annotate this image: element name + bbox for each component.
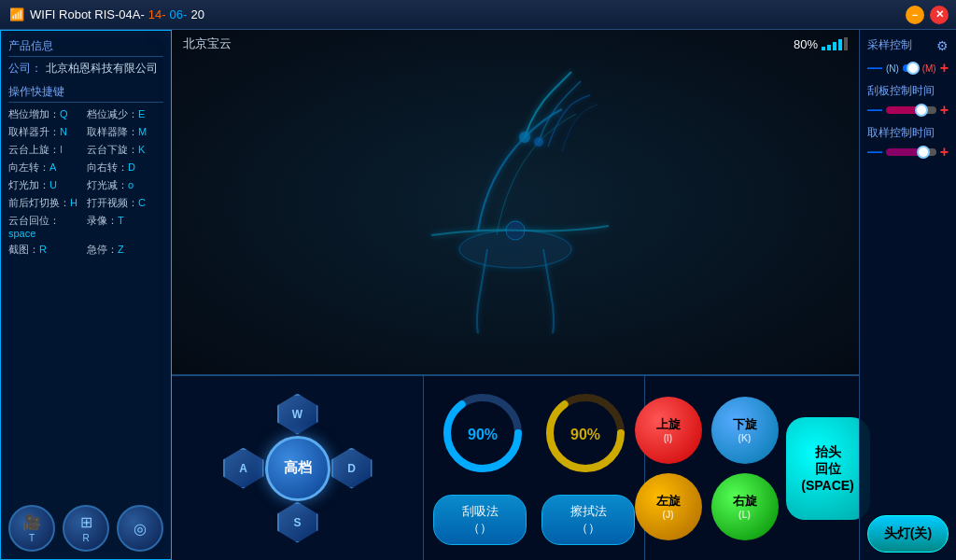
- wipe-method-button[interactable]: 擦拭法（）: [541, 495, 635, 545]
- window-controls: − ✕: [906, 6, 949, 24]
- signal-percent: 80%: [794, 37, 818, 51]
- dpad-left-button[interactable]: A: [223, 448, 264, 489]
- sample-time-slider-group: 取样控制时间 — +: [867, 125, 949, 160]
- gauge-row: 90% 90%: [441, 391, 627, 475]
- video-area: 北京宝云 80%: [172, 30, 859, 375]
- sampling-slider-plus: +: [940, 61, 949, 76]
- robot-arm-svg: [338, 63, 693, 343]
- method-buttons-row: 刮吸法（） 擦拭法（）: [433, 495, 635, 545]
- rotate-left-button[interactable]: 左旋 (J): [635, 473, 702, 540]
- bottom-panel: W S A D 高档: [172, 375, 859, 560]
- dpad-right-label: D: [347, 462, 356, 475]
- shortcuts-title: 操作快捷键: [8, 84, 163, 103]
- gauge-2: 90%: [543, 391, 627, 475]
- center-panel: 北京宝云 80% W: [172, 30, 859, 560]
- camera-label-r: R: [82, 533, 89, 543]
- shortcut-item: 取样器降：M: [87, 124, 163, 140]
- sampling-slider-row: — (N) (M) +: [867, 61, 949, 76]
- scrape-slider-track[interactable]: [886, 106, 936, 114]
- company-info: 公司： 北京柏恩科技有限公司: [8, 61, 163, 77]
- dpad-up-label: W: [292, 408, 302, 421]
- shortcut-item: 灯光减：o: [87, 177, 163, 193]
- title-seg4: 20: [190, 7, 204, 21]
- scrape-slider-thumb[interactable]: [915, 104, 928, 117]
- sample-time-slider-track[interactable]: [886, 148, 936, 156]
- svg-text:90%: 90%: [570, 427, 600, 442]
- shortcut-item: 向左转：A: [8, 160, 85, 175]
- svg-text:90%: 90%: [468, 427, 498, 442]
- right-panel: 采样控制 ⚙ — (N) (M) + 刮板控制时间 — +: [859, 30, 956, 560]
- headlight-button[interactable]: 头灯(关): [867, 515, 949, 553]
- signal-bars: [822, 37, 848, 50]
- shortcut-item: 录像：T: [87, 213, 163, 240]
- sample-time-slider-minus: —: [867, 145, 882, 160]
- svg-point-2: [534, 137, 543, 147]
- reset-head-line3: (SPACE): [801, 478, 854, 493]
- signal-bar-4: [838, 39, 842, 50]
- rotate-right-label: 右旋: [733, 493, 757, 510]
- rotate-left-key: (J): [662, 510, 673, 520]
- shortcuts-grid: 档位增加：Q 档位减少：E 取样器升：N 取样器降：M 云台上旋：I 云台下旋：…: [8, 106, 163, 258]
- dpad-down-label: S: [293, 516, 301, 529]
- dpad-right-button[interactable]: D: [331, 448, 373, 489]
- dpad: W S A D 高档: [223, 394, 373, 543]
- dpad-up-button[interactable]: W: [277, 394, 318, 435]
- company-name: 北京柏恩科技有限公司: [46, 61, 158, 77]
- shortcut-item: 云台回位：space: [8, 213, 85, 240]
- slider1-label-m: (M): [922, 63, 936, 74]
- joystick-area: W S A D 高档: [172, 375, 424, 560]
- rotate-up-label: 上旋: [656, 416, 681, 433]
- dpad-down-button[interactable]: S: [277, 502, 318, 543]
- rotate-right-key: (L): [738, 510, 751, 520]
- shortcut-item: 前后灯切换：H: [8, 195, 85, 211]
- scrape-slider-row: — +: [867, 103, 949, 118]
- scrape-method-button[interactable]: 刮吸法（）: [433, 495, 527, 545]
- camera-button-circle[interactable]: ◎: [117, 505, 163, 552]
- gauge-1-container: 90%: [441, 391, 525, 475]
- sample-time-slider-row: — +: [867, 145, 949, 160]
- rotate-down-button[interactable]: 下旋 (K): [711, 397, 779, 464]
- gauge-1: 90%: [441, 391, 525, 475]
- robot-visual: [172, 30, 859, 374]
- scrape-slider-plus: +: [940, 103, 949, 118]
- sampling-slider-minus: —: [867, 61, 882, 76]
- shortcut-item: 截图：R: [8, 242, 85, 258]
- sampling-slider-track[interactable]: [903, 64, 919, 72]
- reset-head-line2: 回位: [815, 461, 841, 478]
- rotate-up-button[interactable]: 上旋 (I): [635, 397, 702, 464]
- company-label: 公司：: [8, 61, 42, 77]
- sampling-title: 采样控制: [867, 37, 912, 53]
- action-grid: 上旋 (I) 下旋 (K) 左旋 (J) 右旋: [635, 397, 779, 540]
- shortcut-item: 档位减少：E: [87, 106, 163, 122]
- scrape-title: 刮板控制时间: [867, 83, 949, 99]
- sample-time-slider-thumb[interactable]: [917, 146, 930, 159]
- camera-button-t[interactable]: 🎥 T: [8, 505, 55, 552]
- right-bottom-controls: 上旋 (I) 下旋 (K) 左旋 (J) 右旋: [644, 375, 859, 560]
- rotate-up-key: (I): [664, 433, 672, 443]
- title-seg2: 14-: [148, 7, 166, 21]
- settings-icon[interactable]: ⚙: [936, 38, 949, 53]
- sampling-slider-group: — (N) (M) +: [867, 61, 949, 76]
- sampling-slider-thumb[interactable]: [907, 62, 920, 75]
- video-top-bar: 北京宝云 80%: [183, 35, 848, 52]
- rotate-right-button[interactable]: 右旋 (L): [711, 473, 779, 540]
- svg-point-1: [519, 132, 530, 143]
- shortcut-item: 云台上旋：I: [8, 142, 85, 158]
- video-icon: 🎥: [22, 513, 41, 531]
- camera-button-r[interactable]: ⊞ R: [63, 505, 109, 552]
- gauge-1-svg: 90%: [441, 391, 525, 475]
- camera-icon: ◎: [134, 520, 147, 538]
- dpad-center-button[interactable]: 高档: [265, 436, 330, 501]
- sample-time-slider-plus: +: [940, 145, 949, 160]
- shortcut-item: 向右转：D: [87, 160, 163, 175]
- reset-head-button[interactable]: 抬头 回位 (SPACE): [786, 417, 870, 520]
- dpad-center-label: 高档: [284, 459, 312, 477]
- product-info-title: 产品信息: [8, 38, 163, 57]
- camera-row: 🎥 T ⊞ R ◎: [8, 497, 163, 552]
- grid-icon: ⊞: [80, 513, 92, 531]
- shortcut-item: 档位增加：Q: [8, 106, 85, 122]
- dpad-left-label: A: [239, 462, 247, 475]
- close-button[interactable]: ✕: [930, 6, 949, 24]
- minimize-button[interactable]: −: [906, 6, 924, 24]
- left-panel: 产品信息 公司： 北京柏恩科技有限公司 操作快捷键 档位增加：Q 档位减少：E …: [0, 30, 172, 560]
